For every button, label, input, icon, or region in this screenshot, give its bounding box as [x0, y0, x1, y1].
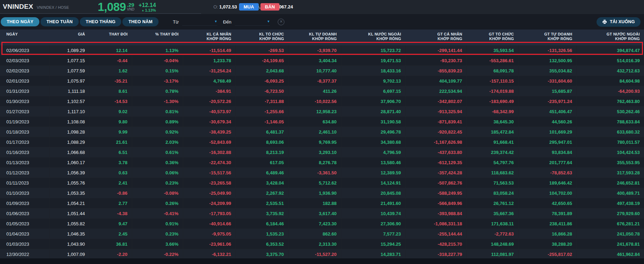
table-row[interactable]: 01/10/20231,053.35-0.86-0.08%-25,049.902… [0, 188, 644, 198]
buy-button[interactable]: MUA [239, 3, 259, 11]
cell-gt-ca-nhan: -437,633.80 [405, 147, 466, 157]
cell-gt-ca-nhan: -1,086,331.18 [405, 219, 466, 229]
download-button[interactable]: TẢI XUỐNG [597, 17, 640, 27]
cell-gt-nuoc-ngoai: 241,050.78 [577, 229, 644, 239]
cell-gt-nuoc-ngoai: 497,438.19 [577, 198, 644, 208]
cell-gt-ca-nhan: -1,167,626.98 [405, 137, 466, 147]
cell-kl-to-chuc: 2,535.51 [236, 198, 288, 208]
cell-gt-tu-doanh: 451,406.47 [518, 107, 577, 117]
cell-kl-nuoc-ngoai: 37,906.70 [341, 96, 405, 107]
cell-kl-to-chuc: 6,481.37 [236, 127, 288, 137]
tab-theo-ngay[interactable]: THEO NGÀY [1, 17, 39, 26]
date-to-input[interactable]: ▼ [235, 18, 270, 26]
table-row[interactable]: 01/31/20231,111.188.610.78%-384.91-6,723… [0, 86, 644, 96]
table-row[interactable]: 01/17/20231,088.2921.612.03%-52,843.698,… [0, 137, 644, 147]
table-row[interactable]: 01/12/20231,056.390.630.06%-15,517.566,4… [0, 168, 644, 178]
column-header-gt-ca-nhan: GT CÁ NHÂNKHỚP RÒNG [405, 30, 466, 45]
column-header-kl-tu-doanh: KL TỰ DOANHKHỚP RÒNG [288, 30, 341, 45]
table-row[interactable]: 01/30/20231,102.57-14.53-1.30%-20,572.26… [0, 96, 644, 107]
cell-kl-nuoc-ngoai: 29,496.78 [341, 127, 405, 137]
cell-kl-tu-doanh: -10,022.56 [288, 96, 341, 107]
symbol-block: VNINDEX VNINDEX / HOSE [3, 3, 69, 11]
cell-thay-doi: -0.86 [89, 188, 132, 198]
column-header-gt-tu-doanh: GT TỰ DOANHKHỚP RÒNG [518, 30, 577, 45]
cell-gt-tu-doanh: 93,834.84 [518, 147, 577, 157]
open-label: O: [213, 4, 218, 9]
cell-gia: 1,108.08 [49, 117, 89, 127]
table-row[interactable]: 01/06/20231,051.44-4.38-0.41%-17,793.053… [0, 208, 644, 219]
table-row[interactable]: 12/30/20221,007.09-2.20-0.22%-6,132.213,… [0, 249, 644, 259]
table-row[interactable]: 02/03/20231,077.15-0.44-0.04%1,233.78-24… [0, 56, 644, 66]
cell-thay-doi: 9.99 [89, 127, 132, 137]
cell-pct-thay-doi: 0.26% [132, 198, 183, 208]
cell-gt-nuoc-ngoai: 246,652.81 [577, 178, 644, 188]
cell-gt-to-chuc: 83,058.24 [466, 188, 518, 198]
chevron-down-icon: ▼ [267, 20, 270, 23]
cell-gt-nuoc-ngoai: 633,680.32 [577, 127, 644, 137]
cell-thay-doi: -35.21 [89, 76, 132, 86]
cell-kl-tu-doanh: -11,527.20 [288, 249, 341, 259]
table-row[interactable]: 01/27/20231,117.109.020.81%-40,573.97-1,… [0, 107, 644, 117]
cell-kl-to-chuc: -24,109.65 [236, 56, 288, 66]
cell-pct-thay-doi: -0.08% [132, 188, 183, 198]
cell-kl-ca-nhan: 4,768.49 [183, 76, 236, 86]
cell-kl-ca-nhan: -9,975.05 [183, 229, 236, 239]
table-row[interactable]: 01/13/20231,060.173.780.36%-22,474.30617… [0, 157, 644, 168]
table-row[interactable]: 01/11/20231,055.762.410.23%-23,265.583,4… [0, 178, 644, 188]
table-row[interactable]: 02/02/20231,077.591.620.15%-31,254.242,0… [0, 66, 644, 76]
sell-button[interactable]: BÁN [260, 3, 279, 11]
date-from-input[interactable]: ▼ [182, 18, 217, 26]
cell-kl-ca-nhan: -384.91 [183, 86, 236, 96]
cell-gt-to-chuc: 26,761.12 [466, 198, 518, 208]
cell-thay-doi: 1.62 [89, 66, 132, 76]
cell-gia: 1,056.39 [49, 168, 89, 178]
cell-ngay: 01/13/2023 [0, 157, 49, 168]
cell-gt-to-chuc: 91,668.41 [466, 137, 518, 147]
cell-gt-to-chuc: 35,667.36 [466, 208, 518, 219]
cell-gia: 1,007.09 [49, 249, 89, 259]
cell-thay-doi: 0.63 [89, 168, 132, 178]
last-price: 1,089 [98, 0, 126, 14]
clear-filter-icon[interactable]: ✕ [278, 19, 284, 25]
table-row[interactable]: 01/19/20231,108.089.800.89%-30,679.34-1,… [0, 117, 644, 127]
cell-pct-thay-doi: 0.61% [132, 147, 183, 157]
cell-gia: 1,088.29 [49, 137, 89, 147]
table-row[interactable]: 02/06/20231,089.2912.141.13%-11,514.49-2… [0, 45, 644, 56]
cell-kl-to-chuc: 8,693.06 [236, 137, 288, 147]
tab-theo-tuan[interactable]: THEO TUẦN [40, 17, 79, 26]
cell-gt-ca-nhan: -93,230.73 [405, 56, 466, 66]
cell-gt-nuoc-ngoai: 400,489.71 [577, 188, 644, 198]
period-tabs: THEO NGÀYTHEO TUẦNTHEO THÁNGTHEO NĂM [1, 17, 160, 26]
table-row[interactable]: 02/01/20231,075.97-35.21-3.17%4,768.49-6… [0, 76, 644, 86]
cell-gt-tu-doanh: 201,777.64 [518, 157, 577, 168]
cell-kl-to-chuc: 6,489.46 [236, 168, 288, 178]
cell-ngay: 12/30/2022 [0, 249, 49, 259]
cell-kl-ca-nhan: -15,517.56 [183, 168, 236, 178]
table-row[interactable]: 01/18/20231,098.289.990.92%-38,439.256,4… [0, 127, 644, 137]
tab-theo-nam[interactable]: THEO NĂM [122, 17, 158, 26]
cell-thay-doi: 9.47 [89, 219, 132, 229]
cell-pct-thay-doi: 0.78% [132, 86, 183, 96]
cell-kl-to-chuc: 6,184.46 [236, 219, 288, 229]
table-row[interactable]: 01/03/20231,043.9036.813.66%-23,961.066,… [0, 239, 644, 249]
cell-thay-doi: 2.41 [89, 178, 132, 188]
column-header-pct-thay-doi: % THAY ĐỔI [132, 30, 183, 45]
table-row[interactable]: 01/09/20231,054.212.770.26%-24,209.992,5… [0, 198, 644, 208]
open-value: 1,072.53 [219, 4, 237, 9]
cell-gt-to-chuc: -2,772.63 [466, 229, 518, 239]
cell-gt-to-chuc: 112,081.97 [466, 249, 518, 259]
tab-theo-thang[interactable]: THEO THÁNG [80, 17, 122, 26]
cell-gia: 1,077.15 [49, 56, 89, 66]
cell-kl-nuoc-ngoai: 34,380.68 [341, 137, 405, 147]
table-row[interactable]: 01/05/20231,055.829.470.91%-40,914.666,1… [0, 219, 644, 229]
table-row[interactable]: 01/16/20231,066.686.510.61%-16,302.888,2… [0, 147, 644, 157]
cell-gt-tu-doanh: 78,391.89 [518, 208, 577, 219]
cell-kl-to-chuc: -6,093.25 [236, 76, 288, 86]
cell-kl-ca-nhan: -31,254.24 [183, 66, 236, 76]
cell-kl-nuoc-ngoai: 6,697.15 [341, 86, 405, 96]
cell-kl-ca-nhan: -17,793.05 [183, 208, 236, 219]
cell-kl-ca-nhan: -23,265.58 [183, 178, 236, 188]
table-row[interactable]: 01/04/20231,046.352.450.23%-9,975.051,53… [0, 229, 644, 239]
cell-gt-ca-nhan: -342,802.07 [405, 96, 466, 107]
cell-gia: 1,054.21 [49, 198, 89, 208]
